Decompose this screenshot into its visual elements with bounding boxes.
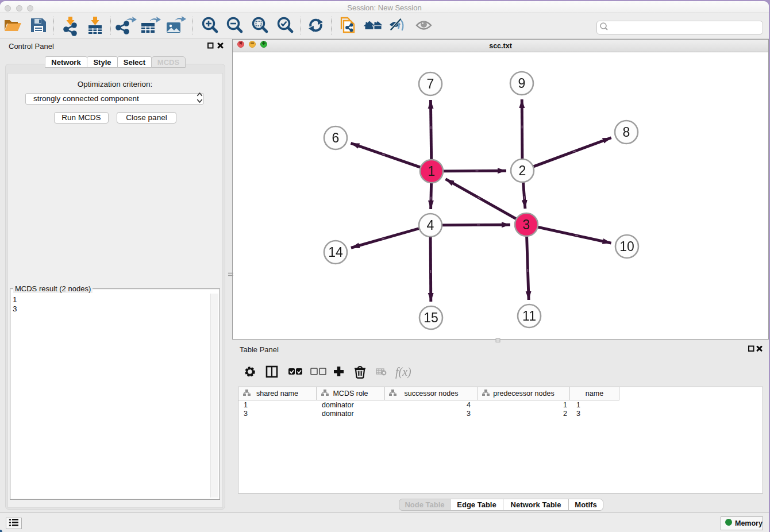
svg-text:10: 10: [619, 239, 634, 254]
svg-text:15: 15: [424, 310, 438, 325]
svg-text:3: 3: [523, 217, 530, 232]
svg-text:7: 7: [427, 76, 434, 91]
svg-text:8: 8: [623, 125, 630, 140]
svg-text:4: 4: [427, 218, 434, 233]
svg-text:14: 14: [328, 245, 343, 260]
svg-text:11: 11: [522, 309, 536, 323]
svg-text:1: 1: [428, 164, 436, 179]
svg-text:2: 2: [519, 163, 526, 178]
svg-text:9: 9: [518, 76, 526, 91]
svg-text:6: 6: [332, 130, 340, 145]
